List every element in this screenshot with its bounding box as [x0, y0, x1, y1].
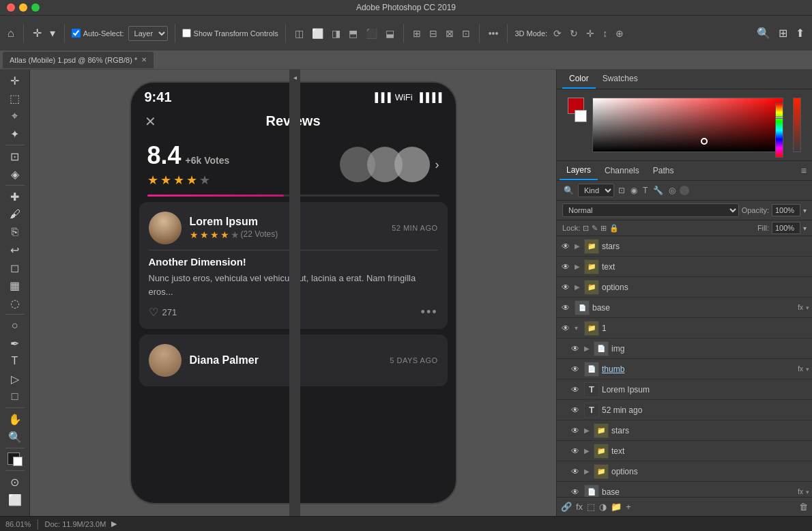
filter-type-icon[interactable]: T — [641, 184, 649, 197]
history-tool[interactable]: ↩ — [5, 242, 25, 258]
share-icon[interactable]: ⬆ — [794, 25, 807, 42]
visibility-eye-group1[interactable]: 👁 — [560, 324, 572, 333]
fill-tool[interactable]: ▦ — [5, 277, 25, 293]
dist-more-icon[interactable]: ⊡ — [460, 27, 472, 40]
visibility-eye-base1[interactable]: 👁 — [560, 303, 572, 313]
hand-tool[interactable]: ✋ — [5, 411, 25, 427]
expand-text1[interactable]: ▶ — [575, 263, 581, 270]
align-bottom-icon[interactable]: ⬓ — [383, 27, 396, 40]
screen-mode-tool[interactable]: ⬜ — [5, 491, 25, 508]
brush-tool[interactable]: 🖌 — [5, 206, 25, 223]
layer-row-52min[interactable]: 👁 T 52 min ago — [557, 400, 812, 420]
close-button[interactable] — [7, 3, 15, 12]
layer-row-options2[interactable]: 👁 ▶ 📁 options — [557, 461, 812, 482]
expand-stars2[interactable]: ▶ — [584, 427, 591, 434]
layer-row-thumb1[interactable]: 👁 📄 thumb fx ▾ — [557, 359, 812, 379]
filter-smart-icon[interactable]: 🔧 — [652, 184, 665, 197]
visibility-eye-text1[interactable]: 👁 — [560, 262, 572, 272]
lock-all-icon[interactable]: 🔒 — [609, 224, 619, 233]
layer-row-base2[interactable]: 👁 📄 base fx ▾ — [557, 482, 812, 497]
expand-text2[interactable]: ▶ — [584, 447, 591, 455]
arrange-icon[interactable]: ⊞ — [777, 25, 789, 42]
expand-icon[interactable]: ▶ — [111, 519, 117, 528]
maximize-button[interactable] — [31, 3, 40, 12]
visibility-eye-thumb1[interactable]: 👁 — [569, 364, 581, 374]
clone-tool[interactable]: ⎘ — [5, 224, 25, 240]
collapse-icon[interactable]: ◂ — [292, 72, 298, 83]
more-icon[interactable]: ••• — [487, 27, 501, 40]
gradient-picker-dot[interactable] — [701, 138, 708, 145]
align-top-icon[interactable]: ⬒ — [347, 27, 360, 40]
move-tool-arrow[interactable]: ▾ — [48, 25, 57, 42]
color-hue-bar[interactable] — [775, 103, 783, 158]
expand-group1[interactable]: ▾ — [575, 324, 581, 332]
crop-tool[interactable]: ⊡ — [5, 148, 25, 164]
auto-select-dropdown[interactable]: Layer — [128, 26, 168, 41]
zoom-tool[interactable]: 🔍 — [5, 429, 25, 445]
expand-options2[interactable]: ▶ — [584, 468, 591, 475]
eraser-tool[interactable]: ◻ — [5, 259, 25, 276]
search-icon[interactable]: 🔍 — [755, 25, 772, 42]
visibility-eye-text2[interactable]: 👁 — [569, 446, 581, 456]
heart-icon[interactable]: ♡ — [149, 306, 158, 319]
visibility-eye-52min[interactable]: 👁 — [569, 405, 581, 415]
visibility-eye-options2[interactable]: 👁 — [569, 467, 581, 476]
opacity-arrow[interactable]: ▾ — [803, 207, 807, 214]
dist-left-icon[interactable]: ⊞ — [411, 27, 423, 40]
tab-color[interactable]: Color — [562, 70, 596, 89]
tab-swatches[interactable]: Swatches — [596, 70, 645, 89]
3d-icon3[interactable]: ✛ — [584, 27, 596, 40]
background-color[interactable] — [13, 457, 23, 466]
fx-expand-base2[interactable]: ▾ — [806, 489, 809, 496]
layer-row-base1[interactable]: 👁 📄 base fx ▾ — [557, 298, 812, 318]
link-layers-icon[interactable]: 🔗 — [561, 502, 572, 512]
expand-stars1[interactable]: ▶ — [575, 242, 581, 250]
expand-options1[interactable]: ▶ — [575, 283, 581, 291]
dist-right-icon[interactable]: ⊠ — [444, 27, 456, 40]
text-tool[interactable]: T — [5, 353, 25, 369]
dist-center-icon[interactable]: ⊟ — [427, 27, 439, 40]
tab-paths[interactable]: Paths — [646, 162, 681, 180]
filter-type-select[interactable]: Kind — [578, 184, 614, 197]
document-tab[interactable]: Atlas (Mobile) 1.psd @ 86% (RGB/8) * ✕ — [3, 52, 154, 68]
layer-row-lorem[interactable]: 👁 T Lorem Ipsum — [557, 379, 812, 400]
circle-arrow[interactable]: › — [435, 158, 439, 172]
blur-tool[interactable]: ◌ — [5, 295, 25, 311]
minimize-button[interactable] — [19, 3, 27, 12]
visibility-eye-lorem[interactable]: 👁 — [569, 385, 581, 394]
move-tool-icon[interactable]: ✛ — [31, 25, 44, 42]
path-select-tool[interactable]: ▷ — [5, 371, 25, 387]
visibility-eye-options1[interactable]: 👁 — [560, 283, 572, 292]
filter-search-icon[interactable]: 🔍 — [562, 184, 575, 197]
add-mask-icon[interactable]: ⬚ — [587, 502, 595, 512]
shape-tool[interactable]: □ — [5, 388, 25, 405]
layer-row-stars2[interactable]: 👁 ▶ 📁 stars — [557, 420, 812, 441]
dodge-tool[interactable]: ○ — [5, 317, 25, 334]
3d-icon4[interactable]: ↕ — [600, 27, 609, 40]
add-style-icon[interactable]: fx — [576, 502, 583, 512]
layer-row-text2[interactable]: 👁 ▶ 📁 text — [557, 441, 812, 461]
layer-row-img1[interactable]: 👁 ▶ 📄 img — [557, 339, 812, 359]
fx-expand-base1[interactable]: ▾ — [806, 304, 809, 311]
tab-close-icon[interactable]: ✕ — [141, 56, 147, 63]
align-middle-icon[interactable]: ⬛ — [364, 27, 379, 40]
align-right-icon[interactable]: ◨ — [330, 27, 343, 40]
fx-expand-thumb1[interactable]: ▾ — [806, 366, 809, 373]
visibility-eye-stars2[interactable]: 👁 — [569, 426, 581, 435]
color-gradient[interactable] — [592, 98, 783, 152]
fill-arrow[interactable]: ▾ — [803, 225, 807, 232]
tab-layers[interactable]: Layers — [560, 161, 598, 180]
background-swatch[interactable] — [575, 110, 587, 122]
more-options-icon[interactable]: ••• — [421, 305, 438, 319]
filter-adjustment-icon[interactable]: ◉ — [629, 184, 639, 197]
filter-pixel-icon[interactable]: ⊡ — [617, 184, 626, 197]
eyedropper-tool[interactable]: ◈ — [5, 166, 25, 182]
new-group-icon[interactable]: 📁 — [611, 502, 622, 512]
lasso-tool[interactable]: ⌖ — [5, 108, 25, 124]
pen-tool[interactable]: ✒ — [5, 335, 25, 351]
home-icon[interactable]: ⌂ — [5, 25, 16, 42]
lock-position-icon[interactable]: ✎ — [592, 224, 598, 233]
transform-controls-checkbox[interactable] — [182, 29, 191, 38]
lock-artboard-icon[interactable]: ⊞ — [600, 224, 607, 233]
layer-row-group1[interactable]: 👁 ▾ 📁 1 — [557, 318, 812, 339]
